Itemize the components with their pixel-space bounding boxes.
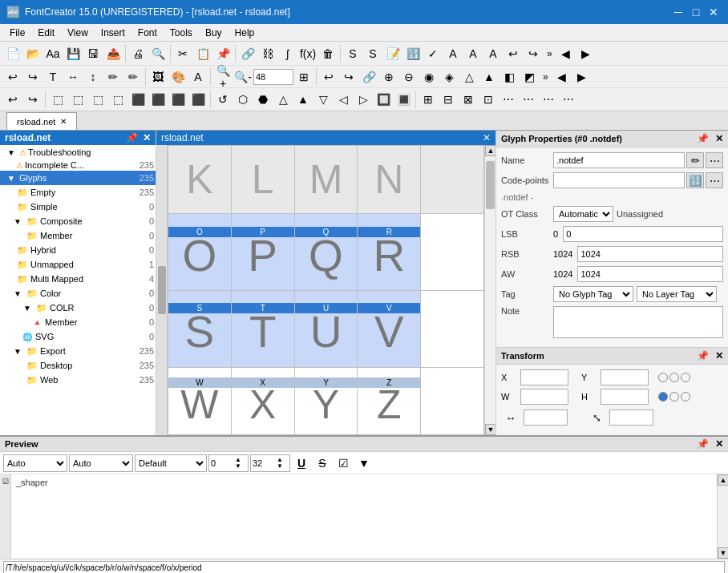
btn-nav2[interactable]: ▶ — [576, 44, 596, 63]
preview-spin-down-2[interactable]: ▼ — [277, 463, 283, 470]
preview-dropdown-btn[interactable]: ▼ — [354, 454, 374, 473]
btn3-22[interactable]: ⊟ — [439, 90, 458, 109]
panel-pin-icon[interactable]: 📌 — [126, 132, 138, 143]
glyph-cell-R[interactable]: R R — [358, 214, 420, 290]
transform-pin-icon[interactable]: 📌 — [697, 350, 709, 361]
btn3-9[interactable]: ⬛ — [168, 90, 188, 109]
btn-script[interactable]: ∫ — [278, 44, 297, 63]
btn-s1[interactable]: S — [343, 44, 362, 63]
preview-scroll-up[interactable]: ▲ — [718, 474, 728, 486]
find-btn[interactable]: 🔍 — [148, 44, 168, 63]
menu-font[interactable]: Font — [131, 24, 164, 42]
btn3-25[interactable]: ⋯ — [499, 90, 518, 109]
btn3-4[interactable]: ⬚ — [68, 90, 87, 109]
scroll-down-btn[interactable]: ▼ — [485, 424, 495, 435]
tree-colr-member[interactable]: 🔺 Member 0 — [0, 315, 156, 329]
btn2-d2[interactable]: ↪ — [339, 67, 358, 87]
btn2-color[interactable]: 🎨 — [168, 67, 188, 87]
btn3-16[interactable]: ▽ — [313, 90, 333, 109]
tree-unmapped[interactable]: 📁 Unmapped 1 — [0, 257, 156, 272]
preview-style3-select[interactable]: Default — [135, 454, 207, 472]
btn-formula[interactable]: f(x) — [298, 44, 317, 63]
glyph-cell-M[interactable]: M — [295, 146, 358, 213]
btn2-img[interactable]: 🖼 — [148, 67, 168, 87]
print-btn[interactable]: 🖨 — [128, 44, 148, 63]
btn3-19[interactable]: 🔲 — [374, 90, 393, 109]
save-btn[interactable]: 💾 — [63, 44, 83, 63]
zoom-fit-btn[interactable]: ⊞ — [294, 67, 313, 87]
tree-colr[interactable]: ▼ 📁 COLR 0 — [0, 301, 156, 315]
btn-s8[interactable]: A — [483, 44, 503, 63]
btn3-8[interactable]: ⬛ — [148, 90, 168, 109]
btn3-3[interactable]: ⬚ — [48, 90, 67, 109]
prop-lsb-input[interactable] — [563, 226, 723, 242]
transform-close-icon[interactable]: ✕ — [715, 350, 723, 361]
preview-spin-down-1[interactable]: ▼ — [235, 463, 241, 470]
tree-glyphs[interactable]: ▼ Glyphs 235 — [0, 171, 156, 185]
glyph-cell-S[interactable]: S S — [168, 291, 231, 367]
menu-insert[interactable]: Insert — [95, 24, 131, 42]
btn2-7[interactable]: ✏ — [123, 67, 143, 87]
maximize-button[interactable]: □ — [688, 4, 704, 20]
btn3-14[interactable]: △ — [273, 90, 293, 109]
btn3-27[interactable]: ⋯ — [539, 90, 558, 109]
btn2-2[interactable]: ↪ — [23, 67, 42, 87]
preview-checkbox-btn[interactable]: ☑ — [334, 454, 353, 473]
glyph-cell-N[interactable]: N — [358, 146, 420, 213]
btn-s5[interactable]: ✓ — [423, 44, 443, 63]
btn3-24[interactable]: ⊡ — [479, 90, 498, 109]
btn-s7[interactable]: A — [463, 44, 483, 63]
props-close-icon[interactable]: ✕ — [715, 133, 723, 144]
btn2-d7[interactable]: ◈ — [439, 67, 459, 87]
transform-move-btn[interactable]: ↔ — [501, 408, 520, 427]
prop-note-textarea[interactable] — [553, 306, 723, 338]
glyph-cell-empty2[interactable] — [421, 214, 483, 290]
glyph-cell-Z[interactable]: Z Z — [358, 368, 420, 434]
tree-desktop[interactable]: 📁 Desktop 235 — [0, 358, 156, 373]
btn-clear[interactable]: 🗑 — [318, 44, 338, 63]
prop-aw-input[interactable] — [577, 266, 723, 282]
menu-tools[interactable]: Tools — [164, 24, 199, 42]
transform-scale-btn[interactable]: ⤡ — [587, 408, 606, 427]
preview-value2-input[interactable] — [253, 458, 277, 468]
btn3-18[interactable]: ▷ — [354, 90, 373, 109]
scroll-thumb[interactable] — [486, 161, 495, 209]
btn-unlink[interactable]: ⛓ — [258, 44, 277, 63]
btn3-21[interactable]: ⊞ — [419, 90, 438, 109]
zoom-input[interactable] — [253, 69, 293, 85]
glyph-vscroll[interactable]: ▲ ▼ — [484, 145, 495, 435]
btn2-d6[interactable]: ◉ — [419, 67, 439, 87]
preview-style2-select[interactable]: Auto — [69, 454, 133, 472]
btn2-d4[interactable]: ⊕ — [379, 67, 398, 87]
glyph-cell-empty4[interactable] — [421, 368, 483, 434]
btn2-d11[interactable]: ◩ — [520, 67, 539, 87]
prop-rsb-input[interactable] — [577, 246, 723, 262]
menu-edit[interactable]: Edit — [31, 24, 61, 42]
radio-6[interactable] — [681, 392, 690, 402]
open-btn[interactable]: 📂 — [23, 44, 42, 63]
preview-scroll-down[interactable]: ▼ — [718, 547, 728, 559]
radio-2[interactable] — [669, 373, 679, 382]
btn2-nav1[interactable]: ◀ — [552, 67, 572, 87]
menu-help[interactable]: Help — [229, 24, 261, 42]
close-button[interactable]: ✕ — [706, 4, 722, 20]
btn3[interactable]: Aa — [43, 44, 63, 63]
btn3-13[interactable]: ⬣ — [253, 90, 273, 109]
tree-hybrid[interactable]: 📁 Hybrid 0 — [0, 243, 156, 257]
btn5[interactable]: 🖫 — [83, 44, 103, 63]
transform-h-input[interactable] — [601, 389, 649, 405]
props-pin-icon[interactable]: 📌 — [697, 133, 709, 144]
tree-incomplete[interactable]: ⚠ Incomplete C... 235 — [0, 159, 156, 171]
btn2-d5[interactable]: ⊖ — [399, 67, 419, 87]
btn3-12[interactable]: ⬡ — [233, 90, 253, 109]
menu-file[interactable]: File — [3, 24, 31, 42]
transform-w-input[interactable] — [520, 389, 568, 405]
radio-1[interactable] — [658, 373, 668, 382]
preview-close-icon[interactable]: ✕ — [715, 438, 723, 450]
glyph-cell-empty3[interactable] — [421, 291, 483, 367]
menu-view[interactable]: View — [61, 24, 95, 42]
btn2-d10[interactable]: ◧ — [499, 67, 519, 87]
glyph-cell-P[interactable]: P P — [232, 214, 294, 290]
transform-scale-input[interactable] — [609, 410, 653, 426]
new-btn[interactable]: 📄 — [3, 44, 22, 63]
